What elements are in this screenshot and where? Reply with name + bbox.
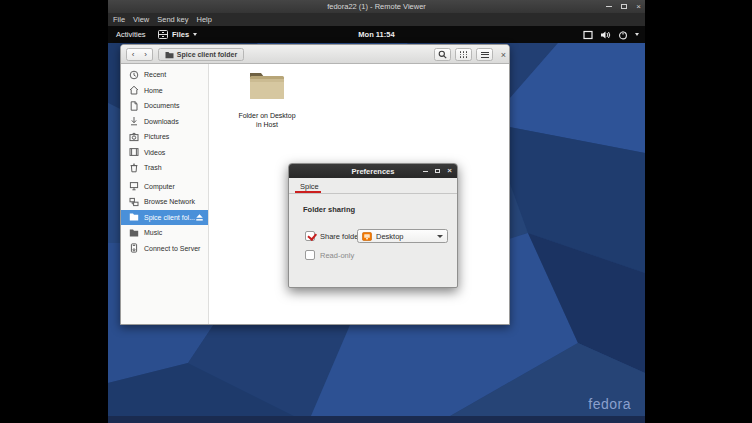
share-folder-row: Share folder: [305, 231, 361, 241]
eject-icon[interactable]: [195, 213, 204, 223]
network-icon: [128, 196, 139, 207]
folder-sharing-heading: Folder sharing: [303, 205, 355, 214]
sidebar-item-browse-network[interactable]: Browse Network: [121, 194, 208, 210]
read-only-checkbox[interactable]: [305, 250, 315, 260]
sidebar-item-label: Trash: [144, 164, 162, 171]
sidebar-item-pictures[interactable]: Pictures: [121, 129, 208, 145]
sidebar-item-label: Browse Network: [144, 198, 195, 205]
sidebar-item-spice-client-fol[interactable]: Spice client fol...: [121, 210, 208, 226]
preferences-titlebar: Preferences ×: [289, 164, 457, 178]
search-button[interactable]: [434, 48, 451, 61]
sidebar-item-recent[interactable]: Recent: [121, 67, 208, 83]
sidebar-item-label: Pictures: [144, 133, 169, 140]
sidebar-item-label: Music: [144, 229, 162, 236]
window-title: fedora22 (1) - Remote Viewer: [327, 2, 426, 11]
back-button[interactable]: ‹: [126, 48, 140, 61]
window-close-button[interactable]: ×: [497, 48, 510, 61]
files-headerbar: ‹ › Spice client folder ×: [121, 45, 509, 64]
sidebar-item-computer[interactable]: Computer: [121, 179, 208, 195]
power-icon[interactable]: [618, 30, 628, 40]
sidebar-item-label: Home: [144, 87, 163, 94]
sidebar-item-connect-to-server[interactable]: Connect to Server: [121, 241, 208, 257]
sidebar-item-trash[interactable]: Trash: [121, 160, 208, 176]
sidebar-item-videos[interactable]: Videos: [121, 145, 208, 161]
file-item-folder[interactable]: Folder on Desktop in Host: [227, 69, 307, 130]
folder-icon: [165, 51, 174, 59]
sidebar-item-label: Videos: [144, 149, 165, 156]
close-icon[interactable]: ×: [636, 3, 641, 11]
video-icon: [128, 147, 139, 158]
preferences-dialog: Preferences × Spice Folder sharing Share…: [288, 163, 458, 288]
sidebar-list: RecentHomeDocumentsDownloadsPicturesVide…: [121, 64, 209, 324]
sidebar-item-label: Downloads: [144, 118, 179, 125]
app-menu-files[interactable]: Files: [158, 26, 197, 43]
sidebar-item-home[interactable]: Home: [121, 83, 208, 99]
desktop-folder-icon: [362, 232, 372, 241]
minimize-icon[interactable]: [606, 6, 612, 7]
chevron-down-icon: [437, 235, 443, 238]
grid-view-button[interactable]: [455, 48, 472, 61]
read-only-row: Read-only: [305, 250, 354, 260]
sidebar-item-label: Computer: [144, 183, 175, 190]
menu-button[interactable]: [476, 48, 493, 61]
maximize-icon[interactable]: [435, 169, 440, 173]
breadcrumb-label: Spice client folder: [177, 51, 237, 58]
menu-send-key[interactable]: Send key: [157, 15, 188, 24]
share-folder-checkbox[interactable]: [305, 231, 315, 241]
sidebar-item-label: Recent: [144, 71, 166, 78]
minimize-icon[interactable]: [423, 171, 428, 172]
grid-view-icon: [460, 51, 468, 58]
fedora-logo: fedora: [588, 396, 631, 412]
chevron-down-icon: [193, 33, 197, 36]
menu-view[interactable]: View: [133, 15, 149, 24]
remote-viewer-titlebar: fedora22 (1) - Remote Viewer ×: [108, 0, 645, 13]
read-only-label: Read-only: [320, 251, 354, 260]
volume-icon[interactable]: [600, 30, 611, 40]
shared-folder-value: Desktop: [376, 232, 404, 241]
preferences-tabrow: Spice: [289, 178, 457, 194]
screen-icon[interactable]: [583, 30, 593, 40]
forward-button[interactable]: ›: [139, 48, 153, 61]
files-app-icon: [158, 30, 168, 39]
search-icon: [438, 50, 447, 59]
active-tab-indicator: [295, 191, 321, 193]
file-item-label: Folder on Desktop in Host: [227, 111, 307, 130]
hamburger-icon: [481, 52, 489, 58]
folder-icon: [128, 227, 139, 238]
app-menu-label: Files: [172, 30, 189, 39]
sidebar-item-downloads[interactable]: Downloads: [121, 114, 208, 130]
clock-icon: [128, 69, 139, 80]
dialog-title: Preferences: [352, 167, 395, 176]
server-icon: [128, 243, 139, 254]
sidebar-item-music[interactable]: Music: [121, 225, 208, 241]
remote-viewer-window: fedora22 (1) - Remote Viewer × FileViewS…: [108, 0, 645, 423]
gnome-top-bar: Activities Mon 11:54 Files: [108, 26, 645, 43]
camera-icon: [128, 131, 139, 142]
computer-icon: [128, 181, 139, 192]
shared-folder-select[interactable]: Desktop: [357, 229, 448, 243]
menu-file[interactable]: File: [113, 15, 125, 24]
sidebar-item-label: Spice client fol...: [144, 214, 195, 221]
breadcrumb[interactable]: Spice client folder: [158, 48, 244, 61]
sidebar-item-label: Connect to Server: [144, 245, 200, 252]
share-folder-label: Share folder: [320, 232, 361, 241]
maximize-icon[interactable]: [621, 4, 627, 9]
download-icon: [128, 116, 139, 127]
sidebar-item-label: Documents: [144, 102, 179, 109]
close-icon[interactable]: ×: [447, 167, 452, 175]
menu-help[interactable]: Help: [197, 15, 212, 24]
trash-icon: [128, 162, 139, 173]
folder-icon: [128, 212, 139, 223]
folder-icon: [247, 69, 287, 103]
chevron-down-icon[interactable]: [635, 33, 639, 36]
home-icon: [128, 85, 139, 96]
remote-viewer-menubar: FileViewSend keyHelp: [108, 13, 645, 26]
sidebar-item-documents[interactable]: Documents: [121, 98, 208, 114]
document-icon: [128, 100, 139, 111]
